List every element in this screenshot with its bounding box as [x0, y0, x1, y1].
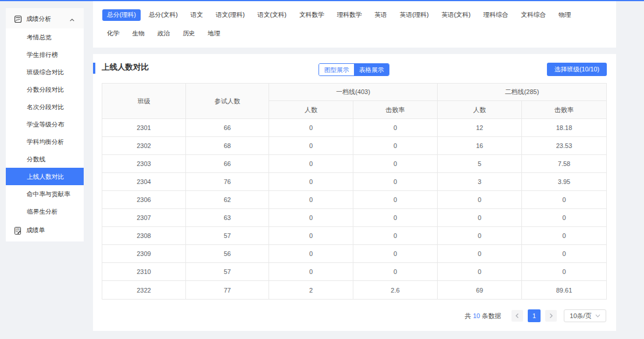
- svg-text:100: 100: [16, 228, 20, 230]
